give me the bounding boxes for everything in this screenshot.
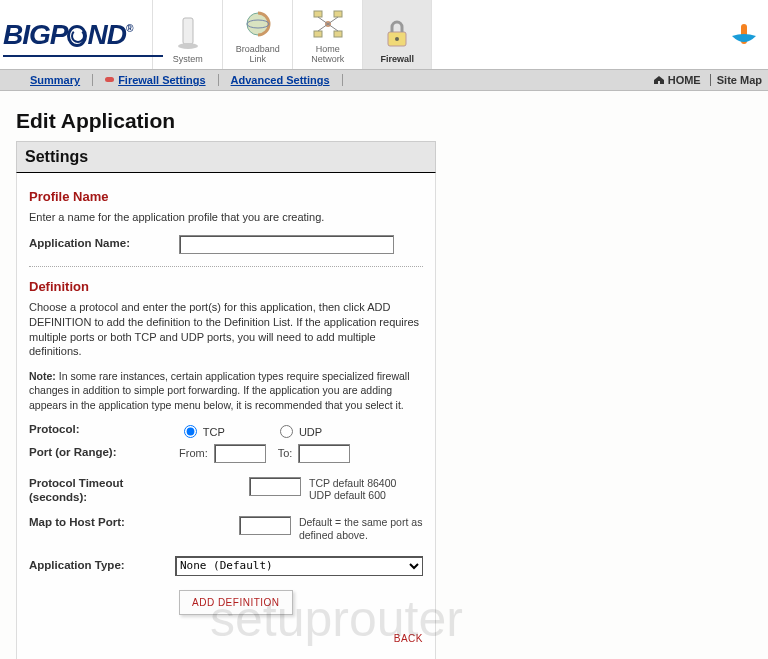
port-range-row: Port (or Range): From: To: [29, 444, 423, 463]
protocol-udp-radio[interactable] [280, 425, 293, 438]
svg-rect-4 [314, 11, 322, 17]
timeout-hint: TCP default 86400 UDP default 600 [309, 477, 396, 502]
definition-note: Note: In some rare instances, certain ap… [29, 369, 423, 412]
port-range-label: Port (or Range): [29, 446, 179, 460]
globe-icon [223, 4, 292, 44]
subnav-right: HOME Site Map [653, 74, 762, 86]
nav-tab-home-network[interactable]: Home Network [292, 0, 362, 69]
map-port-label: Map to Host Port: [29, 516, 172, 530]
timeout-input[interactable] [249, 477, 301, 496]
settings-body: Profile Name Enter a name for the applic… [16, 173, 436, 659]
back-button[interactable]: BACK [394, 633, 423, 644]
separator [29, 266, 423, 267]
map-port-row: Map to Host Port: Default = the same por… [29, 516, 423, 541]
telstra-icon [730, 22, 758, 50]
profile-name-desc: Enter a name for the application profile… [29, 210, 423, 225]
subnav-firewall-settings[interactable]: Firewall Settings [92, 74, 217, 86]
app-type-row: Application Type: None (Default) [29, 556, 423, 576]
app-name-input[interactable] [179, 235, 394, 254]
timeout-row: Protocol Timeout (seconds): TCP default … [29, 477, 423, 505]
app-type-select[interactable]: None (Default) [175, 556, 423, 576]
svg-rect-6 [314, 31, 322, 37]
map-port-input[interactable] [239, 516, 291, 535]
brand-underline [3, 55, 163, 57]
settings-panel: Settings Profile Name Enter a name for t… [16, 141, 436, 659]
subnav-advanced-settings[interactable]: Advanced Settings [218, 74, 343, 86]
port-to-input[interactable] [298, 444, 350, 463]
app-name-row: Application Name: [29, 235, 423, 254]
to-label: To: [278, 447, 293, 459]
svg-line-10 [328, 17, 338, 24]
svg-point-14 [395, 37, 399, 41]
nav-tab-broadband[interactable]: Broadband Link [222, 0, 292, 69]
settings-header: Settings [16, 141, 436, 173]
nav-tab-label: Home Network [293, 44, 362, 64]
app-name-label: Application Name: [29, 237, 179, 251]
port-from-input[interactable] [214, 444, 266, 463]
svg-rect-5 [334, 11, 342, 17]
home-link[interactable]: HOME [653, 74, 701, 86]
add-def-wrap: ADD DEFINITION [179, 590, 423, 615]
definition-desc: Choose a protocol and enter the port(s) … [29, 300, 423, 359]
network-icon [293, 4, 362, 44]
profile-name-title: Profile Name [29, 189, 423, 204]
nav-tab-label: Firewall [363, 54, 431, 64]
protocol-udp-option[interactable]: UDP [275, 422, 322, 438]
subnav-summary[interactable]: Summary [12, 74, 92, 86]
protocol-tcp-radio[interactable] [184, 425, 197, 438]
svg-rect-7 [334, 31, 342, 37]
add-definition-button[interactable]: ADD DEFINITION [179, 590, 293, 615]
header-bar: BIGPND® System Broadband Link Home Netwo… [0, 0, 768, 69]
svg-line-11 [318, 24, 328, 31]
protocol-tcp-option[interactable]: TCP [179, 422, 225, 438]
definition-title: Definition [29, 279, 423, 294]
timeout-label: Protocol Timeout (seconds): [29, 477, 179, 505]
app-type-label: Application Type: [29, 559, 175, 573]
from-label: From: [179, 447, 208, 459]
sub-nav: Summary Firewall Settings Advanced Setti… [0, 69, 768, 91]
lock-icon [363, 14, 431, 54]
active-bullet-icon [105, 77, 114, 82]
nav-tab-label: Broadband Link [223, 44, 292, 64]
svg-line-12 [328, 24, 338, 31]
protocol-label: Protocol: [29, 423, 179, 437]
page-title: Edit Application [16, 109, 768, 133]
protocol-row: Protocol: TCP UDP [29, 422, 423, 438]
sitemap-link[interactable]: Site Map [717, 74, 762, 86]
svg-line-9 [318, 17, 328, 24]
nav-tab-firewall[interactable]: Firewall [362, 0, 432, 69]
brand-logo: BIGPND® [3, 19, 132, 51]
nav-tabs: System Broadband Link Home Network Firew… [152, 0, 432, 69]
nav-tab-label: System [153, 54, 222, 64]
map-port-hint: Default = the same port as defined above… [299, 516, 423, 541]
nav-tab-system[interactable]: System [152, 0, 222, 69]
svg-point-1 [178, 43, 198, 49]
tower-icon [153, 14, 222, 54]
svg-rect-0 [183, 18, 193, 44]
